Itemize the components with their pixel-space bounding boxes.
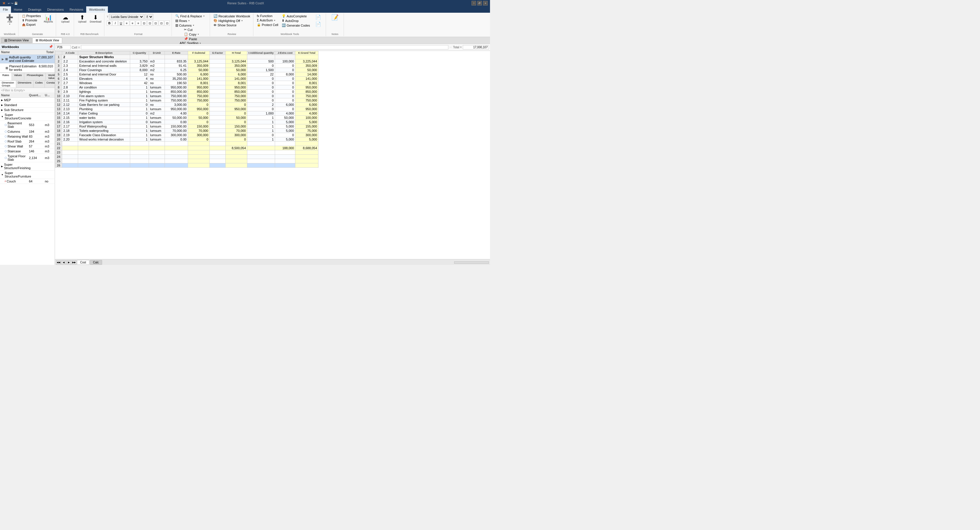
cell-extra-cost[interactable]: 6,000: [275, 103, 295, 107]
cell-additional-qty[interactable]: 0: [247, 94, 275, 98]
table-row[interactable]: 228,500,054188,0008,688,054: [55, 146, 318, 150]
cell-unit[interactable]: lumsum: [149, 137, 165, 142]
cell-total[interactable]: 0: [226, 111, 247, 116]
cell-extra-cost[interactable]: 0: [275, 107, 295, 111]
table-row[interactable]: 192.19Fascade Class Eleavation1lumsum300…: [55, 133, 318, 137]
cell-description[interactable]: Floor Coverings: [78, 68, 130, 72]
cell-code[interactable]: [62, 146, 78, 150]
table-row[interactable]: 92.9lightings1lumsum850,000.00850,000850…: [55, 90, 318, 94]
horizontal-scrollbar[interactable]: [454, 261, 489, 264]
cell-factor[interactable]: [210, 133, 226, 137]
cell-quantity[interactable]: 8,000: [130, 68, 149, 72]
table-row[interactable]: 102.10Fire alarm system1lumsum750,000.00…: [55, 94, 318, 98]
menu-revisions[interactable]: Revisions: [67, 6, 86, 13]
cell-description[interactable]: Super Structure Works: [78, 55, 130, 59]
cell-grand-total[interactable]: 100,000: [295, 116, 318, 120]
cell-rate[interactable]: 6.25: [165, 68, 188, 72]
cell-rate[interactable]: 4.00: [165, 111, 188, 116]
cell-total[interactable]: 3,125,044: [226, 59, 247, 63]
close-button[interactable]: ✕: [483, 1, 488, 5]
cell-quantity[interactable]: 4: [130, 77, 149, 81]
format-btn1[interactable]: ⊡: [142, 21, 146, 26]
col-header-D[interactable]: D:Unit: [149, 51, 165, 55]
cell-quantity[interactable]: 3,750: [130, 59, 149, 63]
cell-factor[interactable]: [210, 103, 226, 107]
cell-subtotal[interactable]: 50,000: [188, 68, 210, 72]
dim-item-roof-slab[interactable]: ⬡ Roof Slab 264 m3: [0, 139, 55, 144]
cell-quantity[interactable]: [130, 55, 149, 59]
cell-total[interactable]: 0: [226, 120, 247, 124]
cell-factor[interactable]: [210, 120, 226, 124]
cell-unit[interactable]: lumsum: [149, 107, 165, 111]
cell-extra-cost[interactable]: 188,000: [275, 146, 295, 150]
underline-button[interactable]: U: [118, 21, 124, 26]
cell-factor[interactable]: [210, 85, 226, 90]
cell-factor[interactable]: [210, 124, 226, 129]
cell-additional-qty[interactable]: [247, 159, 275, 163]
cell-additional-qty[interactable]: 0: [247, 85, 275, 90]
cell-additional-qty[interactable]: [247, 146, 275, 150]
format-btn5[interactable]: ⊡: [165, 21, 170, 26]
table-row[interactable]: 26: [55, 163, 318, 168]
find-replace-button[interactable]: 🔍 Find & Replace ▼: [174, 14, 208, 18]
cell-extra-cost[interactable]: 5,000: [275, 124, 295, 129]
cell-total[interactable]: 141,000: [226, 77, 247, 81]
cell-total[interactable]: 70,000: [226, 129, 247, 133]
table-row[interactable]: 152.15water tanks1lumsum50,000.0050,0005…: [55, 116, 318, 120]
cell-unit[interactable]: no: [149, 81, 165, 85]
cell-extra-cost[interactable]: 0: [275, 98, 295, 103]
cell-rate[interactable]: 300,000.00: [165, 133, 188, 137]
cell-subtotal[interactable]: 350,009: [188, 63, 210, 68]
table-row[interactable]: 32.3External and Internal walls3,829m291…: [55, 63, 318, 68]
cell-total[interactable]: 300,000: [226, 133, 247, 137]
cell-grand-total[interactable]: 350,009: [295, 63, 318, 68]
table-row[interactable]: 182.18Toilets waterproofing1lumsum70,000…: [55, 129, 318, 133]
cell-total[interactable]: [226, 163, 247, 168]
table-row[interactable]: 82.8Air condition1lumsum950,000.00950,00…: [55, 85, 318, 90]
menu-file[interactable]: File: [0, 6, 11, 13]
dim-item-basement-slab[interactable]: ⬡ Basement Slab 553 m3: [0, 121, 55, 129]
cell-code[interactable]: 2: [62, 55, 78, 59]
cell-subtotal[interactable]: 8,001: [188, 81, 210, 85]
cell-factor[interactable]: [210, 94, 226, 98]
tab-codes[interactable]: Codes: [33, 81, 45, 87]
export-button[interactable]: 📤 Export: [21, 22, 37, 27]
table-row[interactable]: 122.12Gate Barriers for car parking0no3,…: [55, 103, 318, 107]
cell-description[interactable]: External and internal Door: [78, 72, 130, 77]
dim-item-mep[interactable]: ▶ MEP: [0, 98, 55, 103]
cell-factor[interactable]: [210, 81, 226, 85]
cell-grand-total[interactable]: [295, 55, 318, 59]
table-row[interactable]: 22.2Excavation and concrete skeleton3,75…: [55, 59, 318, 63]
cell-code[interactable]: 2.9: [62, 90, 78, 94]
notes-button[interactable]: 📝: [329, 14, 341, 21]
cell-subtotal[interactable]: 150,000: [188, 124, 210, 129]
font-size-select[interactable]: 8: [145, 14, 153, 20]
cell-rate[interactable]: 91.41: [165, 63, 188, 68]
cell-total[interactable]: 50,000: [226, 68, 247, 72]
show-source-button[interactable]: 👁 Show Source: [212, 23, 251, 27]
cell-grand-total[interactable]: 6,000: [295, 103, 318, 107]
cell-description[interactable]: Gate Barriers for car parking: [78, 103, 130, 107]
properties-button[interactable]: 📋 Properties: [21, 14, 42, 18]
cell-description[interactable]: Roof Waterproofing: [78, 124, 130, 129]
cell-total[interactable]: [226, 55, 247, 59]
cell-unit[interactable]: m2: [149, 63, 165, 68]
dim-item-staircase[interactable]: ⬡ Staircase 146 m3: [0, 149, 55, 154]
cell-quantity[interactable]: 1: [130, 129, 149, 133]
tab-values[interactable]: Values: [12, 73, 25, 80]
standard-expand-icon[interactable]: ▶: [1, 104, 3, 106]
cell-rate[interactable]: 70,000.00: [165, 129, 188, 133]
cell-code[interactable]: [62, 142, 78, 146]
cell-grand-total[interactable]: 141,000: [295, 77, 318, 81]
workbook-item-asbuilt[interactable]: ▶ ⊞ AsBuilt quantity and cost Estimate 1…: [0, 55, 55, 63]
cell-code[interactable]: 2.16: [62, 120, 78, 124]
cell-description[interactable]: External and Internal walls: [78, 63, 130, 68]
cell-factor[interactable]: [210, 55, 226, 59]
cell-rate[interactable]: 0.00: [165, 120, 188, 124]
cell-quantity[interactable]: 1: [130, 116, 149, 120]
cell-ref-input[interactable]: [56, 45, 71, 49]
grid-container[interactable]: A:Code B:Description C:Quantity D:Unit E…: [55, 51, 490, 259]
cell-subtotal[interactable]: [188, 146, 210, 150]
cell-description[interactable]: Wood works internal decoration: [78, 137, 130, 142]
cell-factor[interactable]: [210, 72, 226, 77]
